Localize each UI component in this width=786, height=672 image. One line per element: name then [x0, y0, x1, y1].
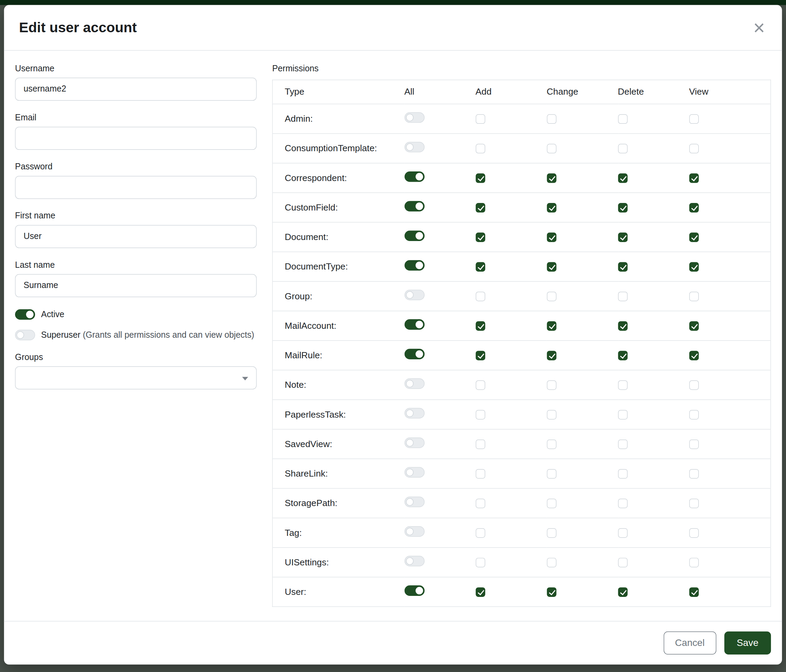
permission-all-toggle[interactable] — [404, 526, 424, 537]
permission-change-checkbox[interactable] — [547, 469, 556, 479]
permission-all-toggle[interactable] — [404, 142, 424, 152]
permission-change-checkbox[interactable] — [547, 203, 556, 213]
permission-change-checkbox[interactable] — [547, 144, 556, 154]
permission-view-checkbox[interactable] — [689, 203, 698, 213]
permission-change-checkbox[interactable] — [547, 588, 556, 597]
permission-add-checkbox[interactable] — [475, 469, 485, 479]
permission-all-toggle[interactable] — [404, 231, 424, 241]
permission-delete-checkbox[interactable] — [618, 410, 627, 420]
permission-add-checkbox[interactable] — [475, 410, 485, 420]
permission-change-checkbox[interactable] — [547, 528, 556, 538]
permission-all-toggle[interactable] — [404, 349, 424, 359]
permission-change-checkbox[interactable] — [547, 381, 556, 390]
permission-delete-checkbox[interactable] — [618, 381, 627, 390]
username-input[interactable] — [15, 78, 257, 101]
permission-delete-checkbox[interactable] — [618, 528, 627, 538]
permission-view-checkbox[interactable] — [689, 351, 698, 361]
permissions-label: Permissions — [272, 64, 771, 74]
permission-add-checkbox[interactable] — [475, 262, 485, 272]
permission-view-checkbox[interactable] — [689, 410, 698, 420]
permission-all-toggle[interactable] — [404, 556, 424, 567]
permission-view-checkbox[interactable] — [689, 381, 698, 390]
permission-view-checkbox[interactable] — [689, 321, 698, 331]
permission-delete-checkbox[interactable] — [618, 173, 627, 183]
last-name-input[interactable] — [15, 274, 257, 297]
permission-add-checkbox[interactable] — [475, 292, 485, 301]
active-toggle[interactable] — [15, 309, 35, 320]
permission-change-checkbox[interactable] — [547, 558, 556, 567]
permission-view-checkbox[interactable] — [689, 440, 698, 449]
permission-view-checkbox[interactable] — [689, 528, 698, 538]
permission-all-toggle[interactable] — [404, 497, 424, 507]
permission-all-toggle[interactable] — [404, 201, 424, 212]
permission-view-checkbox[interactable] — [689, 292, 698, 301]
permission-view-checkbox[interactable] — [689, 469, 698, 479]
permission-view-checkbox[interactable] — [689, 499, 698, 509]
permission-add-checkbox[interactable] — [475, 588, 485, 597]
password-label: Password — [15, 162, 257, 172]
permission-delete-checkbox[interactable] — [618, 499, 627, 509]
permission-change-checkbox[interactable] — [547, 173, 556, 183]
permission-all-toggle[interactable] — [404, 319, 424, 330]
permission-all-toggle[interactable] — [404, 585, 424, 596]
permission-add-checkbox[interactable] — [475, 381, 485, 390]
save-button[interactable]: Save — [724, 631, 771, 655]
permission-change-checkbox[interactable] — [547, 499, 556, 509]
cancel-button[interactable]: Cancel — [663, 631, 716, 655]
permission-delete-checkbox[interactable] — [618, 321, 627, 331]
permission-change-checkbox[interactable] — [547, 351, 556, 361]
permission-change-checkbox[interactable] — [547, 233, 556, 242]
password-input[interactable] — [15, 176, 257, 199]
permission-delete-checkbox[interactable] — [618, 558, 627, 567]
permission-all-toggle[interactable] — [404, 290, 424, 300]
permission-change-checkbox[interactable] — [547, 321, 556, 331]
permission-add-checkbox[interactable] — [475, 528, 485, 538]
permission-add-checkbox[interactable] — [475, 440, 485, 449]
permission-type-label: MailRule: — [285, 350, 322, 360]
permission-change-checkbox[interactable] — [547, 440, 556, 449]
permission-change-checkbox[interactable] — [547, 115, 556, 124]
permission-change-checkbox[interactable] — [547, 410, 556, 420]
permission-add-checkbox[interactable] — [475, 144, 485, 154]
permission-add-checkbox[interactable] — [475, 203, 485, 213]
permission-change-checkbox[interactable] — [547, 262, 556, 272]
permission-add-checkbox[interactable] — [475, 233, 485, 242]
permission-delete-checkbox[interactable] — [618, 469, 627, 479]
permission-delete-checkbox[interactable] — [618, 203, 627, 213]
groups-select[interactable] — [15, 366, 257, 389]
permission-view-checkbox[interactable] — [689, 173, 698, 183]
permission-all-toggle[interactable] — [404, 260, 424, 271]
permission-row: CustomField: — [272, 193, 770, 222]
permission-delete-checkbox[interactable] — [618, 351, 627, 361]
permission-delete-checkbox[interactable] — [618, 115, 627, 124]
permission-view-checkbox[interactable] — [689, 144, 698, 154]
permission-delete-checkbox[interactable] — [618, 292, 627, 301]
permission-all-toggle[interactable] — [404, 467, 424, 477]
permission-delete-checkbox[interactable] — [618, 144, 627, 154]
permission-delete-checkbox[interactable] — [618, 588, 627, 597]
permission-view-checkbox[interactable] — [689, 115, 698, 124]
permission-delete-checkbox[interactable] — [618, 233, 627, 242]
permission-all-toggle[interactable] — [404, 378, 424, 389]
permission-delete-checkbox[interactable] — [618, 440, 627, 449]
permission-add-checkbox[interactable] — [475, 321, 485, 331]
permission-add-checkbox[interactable] — [475, 558, 485, 567]
permission-add-checkbox[interactable] — [475, 173, 485, 183]
permission-add-checkbox[interactable] — [475, 115, 485, 124]
permission-add-checkbox[interactable] — [475, 351, 485, 361]
permission-view-checkbox[interactable] — [689, 233, 698, 242]
permission-change-checkbox[interactable] — [547, 292, 556, 301]
permission-all-toggle[interactable] — [404, 408, 424, 419]
permission-delete-checkbox[interactable] — [618, 262, 627, 272]
permission-add-checkbox[interactable] — [475, 499, 485, 509]
permission-view-checkbox[interactable] — [689, 588, 698, 597]
permission-view-checkbox[interactable] — [689, 262, 698, 272]
permission-view-checkbox[interactable] — [689, 558, 698, 567]
close-icon[interactable]: × — [751, 20, 767, 35]
superuser-toggle[interactable] — [15, 330, 35, 341]
first-name-input[interactable] — [15, 225, 257, 248]
permission-all-toggle[interactable] — [404, 171, 424, 182]
permission-all-toggle[interactable] — [404, 438, 424, 448]
permission-all-toggle[interactable] — [404, 112, 424, 123]
email-input[interactable] — [15, 127, 257, 150]
